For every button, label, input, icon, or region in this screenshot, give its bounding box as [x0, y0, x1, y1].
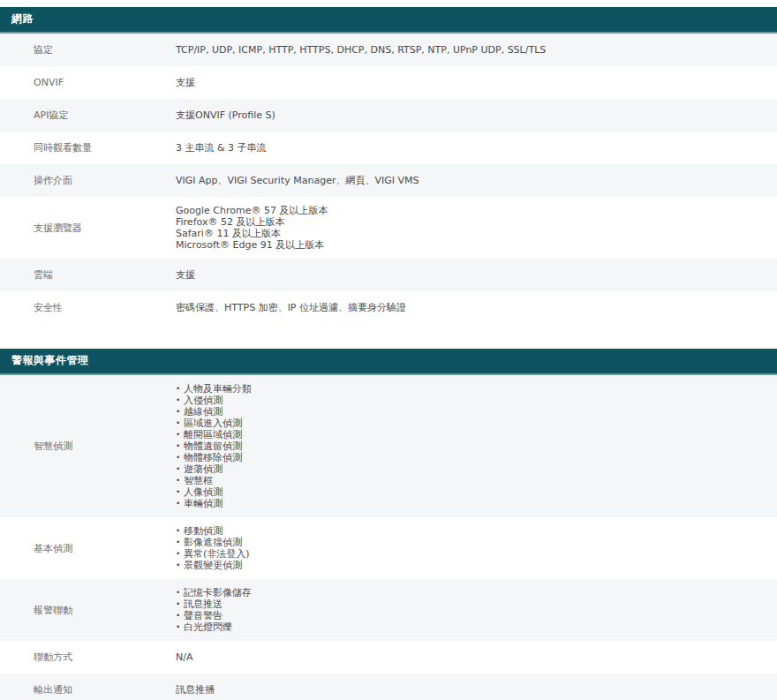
spec-row: 輸出通知訊息推播: [0, 674, 777, 700]
spec-value-text: 訊息推送: [184, 598, 223, 610]
spec-row: 同時觀看數量3 主串流 & 3 子串流: [0, 132, 777, 164]
spec-value-text: 移動偵測: [184, 525, 223, 537]
spec-value-line: 密碼保護、HTTPS 加密、IP 位址過濾、摘要身分驗證: [176, 302, 763, 313]
spec-value-text: N/A: [176, 651, 192, 663]
spec-value-text: TCP/IP, UDP, ICMP, HTTP, HTTPS, DHCP, DN…: [176, 44, 546, 56]
spec-table: 網路協定TCP/IP, UDP, ICMP, HTTP, HTTPS, DHCP…: [0, 0, 777, 700]
bullet-icon: •: [176, 418, 184, 429]
spec-value-line: Firefox® 52 及以上版本: [176, 216, 763, 228]
spec-value-text: 智慧框: [184, 475, 213, 486]
spec-label: 報警聯動: [0, 594, 176, 627]
bullet-icon: •: [176, 525, 184, 537]
bullet-icon: •: [176, 463, 184, 475]
bullet-icon: •: [176, 475, 184, 486]
spec-row: 智慧偵測•人物及車輛分類•入侵偵測•越線偵測•區域進入偵測•離開區域偵測•物體遺…: [0, 375, 777, 517]
spec-value: 訊息推播: [176, 674, 777, 700]
spec-value: VIGI App、VIGI Security Manager、網頁、VIGI V…: [176, 164, 777, 197]
bullet-icon: •: [176, 587, 184, 598]
spec-value-text: Microsoft® Edge 91 及以上版本: [176, 239, 324, 251]
spec-value: •記憶卡影像儲存•訊息推送•聲音警告•白光燈閃爍: [176, 579, 777, 641]
spec-value-text: 影像遮擋偵測: [184, 537, 242, 548]
spec-row: 安全性密碼保護、HTTPS 加密、IP 位址過濾、摘要身分驗證: [0, 291, 777, 324]
spec-value-line: Safari® 11 及以上版本: [176, 228, 763, 239]
spec-value-bullet-line: •記憶卡影像儲存: [176, 587, 763, 598]
section-header: 網路: [0, 7, 777, 34]
spec-value-bullet-line: •訊息推送: [176, 598, 763, 610]
spec-label: 基本偵測: [0, 532, 176, 565]
bullet-icon: •: [176, 486, 184, 498]
spec-label: 協定: [0, 34, 176, 66]
section-header: 警報與事件管理: [0, 349, 777, 375]
spec-value-line: VIGI App、VIGI Security Manager、網頁、VIGI V…: [176, 175, 763, 186]
spec-label: 支援瀏覽器: [0, 212, 176, 245]
spec-value: N/A: [176, 641, 777, 674]
spec-row: 支援瀏覽器Google Chrome® 57 及以上版本Firefox® 52 …: [0, 197, 777, 259]
spec-row: 操作介面VIGI App、VIGI Security Manager、網頁、VI…: [0, 164, 777, 197]
spec-label: 輸出通知: [0, 674, 176, 700]
spec-value-text: 異常(非法登入): [184, 548, 250, 560]
spec-value-line: 3 主串流 & 3 子串流: [176, 142, 763, 154]
spec-label: 聯動方式: [0, 641, 176, 674]
spec-value-text: 密碼保護、HTTPS 加密、IP 位址過濾、摘要身分驗證: [176, 302, 406, 313]
spec-label: API協定: [0, 99, 176, 132]
spec-label: 同時觀看數量: [0, 132, 176, 164]
spec-value-text: 聲音警告: [184, 610, 223, 621]
spec-section: 網路協定TCP/IP, UDP, ICMP, HTTP, HTTPS, DHCP…: [0, 7, 777, 324]
spec-value-line: Google Chrome® 57 及以上版本: [176, 205, 763, 216]
spec-value: TCP/IP, UDP, ICMP, HTTP, HTTPS, DHCP, DN…: [176, 34, 777, 66]
spec-value-bullet-line: •異常(非法登入): [176, 548, 763, 560]
spec-value-text: 區域進入偵測: [184, 418, 242, 429]
spec-value-bullet-line: •離開區域偵測: [176, 429, 763, 440]
spec-value: 支援ONVIF (Profile S): [176, 99, 777, 132]
spec-value: 支援: [176, 259, 777, 291]
spec-label: 智慧偵測: [0, 430, 176, 463]
spec-value-text: 支援: [176, 77, 195, 88]
spec-value-text: Google Chrome® 57 及以上版本: [176, 205, 328, 216]
spec-value: 支援: [176, 66, 777, 99]
spec-row: 報警聯動•記憶卡影像儲存•訊息推送•聲音警告•白光燈閃爍: [0, 579, 777, 641]
spec-label: 雲端: [0, 259, 176, 291]
spec-value-text: 支援ONVIF (Profile S): [176, 109, 275, 121]
spec-row: API協定支援ONVIF (Profile S): [0, 99, 777, 132]
spec-value-bullet-line: •遊蕩偵測: [176, 463, 763, 475]
spec-section: 警報與事件管理智慧偵測•人物及車輛分類•入侵偵測•越線偵測•區域進入偵測•離開區…: [0, 349, 777, 700]
spec-value-text: 記憶卡影像儲存: [184, 587, 252, 598]
bullet-icon: •: [176, 452, 184, 463]
bullet-icon: •: [176, 598, 184, 610]
spec-value-bullet-line: •聲音警告: [176, 610, 763, 621]
spec-value-line: 訊息推播: [176, 684, 763, 696]
spec-value-text: 訊息推播: [176, 684, 215, 696]
spec-label: 操作介面: [0, 164, 176, 197]
spec-value-text: 白光燈閃爍: [184, 621, 232, 633]
bullet-icon: •: [176, 560, 184, 571]
spec-value-text: 景觀變更偵測: [184, 560, 242, 571]
bullet-icon: •: [176, 406, 184, 418]
spec-row: 聯動方式N/A: [0, 641, 777, 674]
spec-value-bullet-line: •智慧框: [176, 475, 763, 486]
spec-value-text: 人像偵測: [184, 486, 223, 498]
spec-value-bullet-line: •人物及車輛分類: [176, 383, 763, 395]
spec-label: ONVIF: [0, 66, 176, 99]
bullet-icon: •: [176, 498, 184, 509]
spec-row: 基本偵測•移動偵測•影像遮擋偵測•異常(非法登入)•景觀變更偵測: [0, 517, 777, 579]
spec-value-text: 越線偵測: [184, 406, 223, 418]
spec-value-bullet-line: •越線偵測: [176, 406, 763, 418]
spec-value-text: 3 主串流 & 3 子串流: [176, 142, 267, 154]
bullet-icon: •: [176, 537, 184, 548]
spec-value: •移動偵測•影像遮擋偵測•異常(非法登入)•景觀變更偵測: [176, 517, 777, 579]
spec-value-text: 遊蕩偵測: [184, 463, 223, 475]
spec-value-text: 物體移除偵測: [184, 452, 242, 463]
bullet-icon: •: [176, 548, 184, 560]
spec-value-text: 離開區域偵測: [184, 429, 242, 440]
spec-value-text: 入侵偵測: [184, 395, 223, 406]
spec-row: 協定TCP/IP, UDP, ICMP, HTTP, HTTPS, DHCP, …: [0, 34, 777, 66]
spec-value-text: 車輛偵測: [184, 498, 223, 509]
spec-value-text: 物體遺留偵測: [184, 440, 242, 452]
spec-value-line: 支援: [176, 269, 763, 281]
bullet-icon: •: [176, 621, 184, 633]
spec-value-bullet-line: •移動偵測: [176, 525, 763, 537]
spec-value-text: VIGI App、VIGI Security Manager、網頁、VIGI V…: [176, 175, 419, 186]
spec-row: ONVIF支援: [0, 66, 777, 99]
bullet-icon: •: [176, 440, 184, 452]
spec-value: •人物及車輛分類•入侵偵測•越線偵測•區域進入偵測•離開區域偵測•物體遺留偵測•…: [176, 375, 777, 517]
